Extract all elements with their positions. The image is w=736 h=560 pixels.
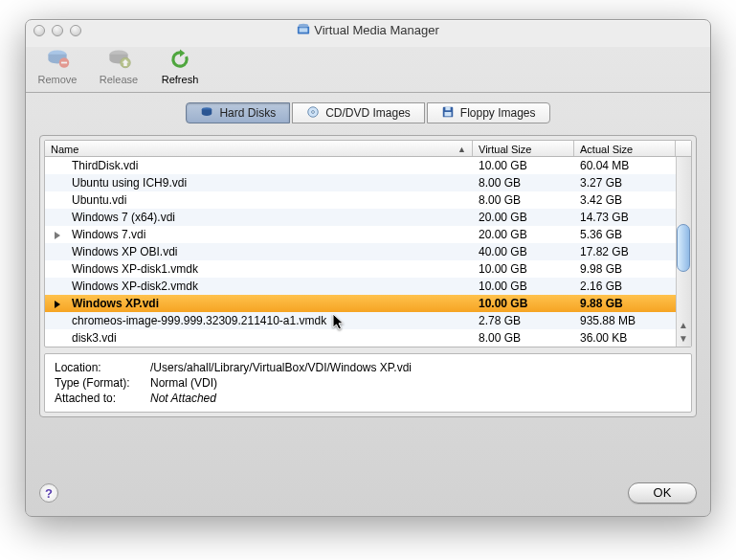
table-row[interactable]: ThirdDisk.vdi10.00 GB60.04 MB [45,157,691,174]
scroll-up-icon[interactable]: ▲ [677,319,690,332]
tab-label: Hard Disks [219,106,276,120]
cell-asize: 9.98 GB [574,262,676,276]
help-button[interactable]: ? [39,483,58,503]
scroll-thumb[interactable] [677,224,690,272]
detail-value: Normal (VDI) [150,375,217,391]
col-corner [676,141,691,156]
cell-vsize: 8.00 GB [473,176,574,190]
disclosure-triangle-icon[interactable] [55,301,60,308]
tab-floppy-images[interactable]: Floppy Images [427,102,550,123]
footer: ? OK [39,480,697,506]
cell-asize: 5.36 GB [574,228,676,241]
cell-vsize: 8.00 GB [473,193,574,207]
col-asize[interactable]: Actual Size [574,141,676,156]
release-label: Release [100,74,138,85]
remove-label: Remove [38,74,78,85]
cell-name: Windows XP-disk2.vmdk [45,280,473,293]
table-row[interactable]: Windows 7.vdi20.00 GB5.36 GB [45,226,691,243]
ok-button[interactable]: OK [628,482,697,504]
tab-cd-images[interactable]: CD/DVD Images [292,102,425,123]
cell-asize: 9.88 GB [574,297,676,310]
cell-name: Windows XP OBI.vdi [45,245,473,258]
col-name[interactable]: Name▲ [45,141,473,156]
col-vsize[interactable]: Virtual Size [473,141,574,156]
scrollbar[interactable]: ▲ ▼ [676,157,691,347]
close-window-button[interactable] [33,25,45,36]
cell-name: Ubuntu.vdi [45,193,473,207]
detail-value: Not Attached [150,391,216,406]
cell-asize: 935.88 MB [574,314,676,327]
cell-name: Windows 7 (x64).vdi [45,211,473,224]
app-icon [297,22,310,35]
cell-name: Ubuntu using ICH9.vdi [45,176,473,190]
window-title: Virtual Media Manager [314,23,439,37]
cell-vsize: 20.00 GB [473,211,574,224]
cell-vsize: 40.00 GB [473,245,574,258]
table-row[interactable]: chromeos-image-999.999.32309.211410-a1.v… [45,312,691,329]
cell-name: disk3.vdi [45,331,473,345]
detail-label: Attached to: [55,391,150,406]
cell-vsize: 10.00 GB [473,297,574,310]
cell-vsize: 10.00 GB [473,159,574,172]
panel: Name▲ Virtual Size Actual Size ThirdDisk… [39,135,697,417]
refresh-label: Refresh [162,74,199,85]
remove-button[interactable]: Remove [35,45,79,85]
cell-asize: 36.00 KB [574,331,676,345]
cell-name: Windows XP.vdi [45,297,473,310]
cell-name: chromeos-image-999.999.32309.211410-a1.v… [45,314,473,327]
svg-point-2 [299,24,309,28]
cell-vsize: 20.00 GB [473,228,574,241]
tab-label: CD/DVD Images [325,106,411,120]
cell-name: ThirdDisk.vdi [45,159,473,172]
cell-asize: 2.16 GB [574,280,676,293]
cell-asize: 3.27 GB [574,176,676,190]
svg-rect-13 [444,112,451,116]
cell-vsize: 2.78 GB [473,314,574,327]
content: Hard Disks CD/DVD Images Floppy Images N… [26,93,710,431]
table-row[interactable]: Windows 7 (x64).vdi20.00 GB14.73 GB [45,209,691,226]
cell-vsize: 10.00 GB [473,262,574,276]
toolbar: Remove Release Refresh [26,41,710,93]
sort-indicator-icon: ▲ [457,145,466,154]
svg-rect-12 [445,106,450,110]
disk-table: Name▲ Virtual Size Actual Size ThirdDisk… [44,140,692,347]
cell-vsize: 8.00 GB [473,331,574,345]
detail-label: Location: [55,360,150,375]
svg-rect-5 [61,62,67,64]
svg-rect-1 [300,28,308,32]
refresh-icon [166,45,194,74]
zoom-window-button[interactable] [70,25,81,36]
table-row[interactable]: Windows XP OBI.vdi40.00 GB17.82 GB [45,243,691,260]
detail-value: /Users/ahall/Library/VirtualBox/VDI/Wind… [150,360,412,375]
cell-asize: 3.42 GB [574,193,676,207]
floppy-icon [441,105,455,122]
scroll-down-icon[interactable]: ▼ [677,332,690,346]
release-button[interactable]: Release [97,45,141,85]
cell-asize: 17.82 GB [574,245,676,258]
table-row[interactable]: Windows XP-disk1.vmdk10.00 GB9.98 GB [45,260,691,278]
tab-label: Floppy Images [460,106,536,120]
table-row[interactable]: Ubuntu.vdi8.00 GB3.42 GB [45,191,691,209]
release-icon [104,45,133,74]
cell-asize: 14.73 GB [574,211,676,224]
table-row[interactable]: disk3.vdi8.00 GB36.00 KB [45,329,691,347]
table-row[interactable]: Ubuntu using ICH9.vdi8.00 GB3.27 GB [45,174,691,191]
details: Location:/Users/ahall/Library/VirtualBox… [44,353,692,413]
refresh-button[interactable]: Refresh [158,45,202,85]
window-controls [33,25,81,36]
window: Virtual Media Manager Remove Release Ref… [25,19,711,517]
table-row[interactable]: Windows XP-disk2.vmdk10.00 GB2.16 GB [45,278,691,295]
minimize-window-button[interactable] [52,25,63,36]
titlebar: Virtual Media Manager [26,20,710,41]
table-header: Name▲ Virtual Size Actual Size [45,141,691,157]
cell-name: Windows 7.vdi [45,228,473,241]
cell-name: Windows XP-disk1.vmdk [45,262,473,276]
cell-asize: 60.04 MB [574,159,676,172]
disclosure-triangle-icon[interactable] [55,232,60,239]
table-row[interactable]: Windows XP.vdi10.00 GB9.88 GB [45,295,691,312]
table-body: ThirdDisk.vdi10.00 GB60.04 MBUbuntu usin… [45,157,691,347]
tab-hard-disks[interactable]: Hard Disks [186,102,290,123]
tabset: Hard Disks CD/DVD Images Floppy Images [39,102,697,127]
svg-point-10 [312,110,315,113]
remove-icon [43,45,72,74]
